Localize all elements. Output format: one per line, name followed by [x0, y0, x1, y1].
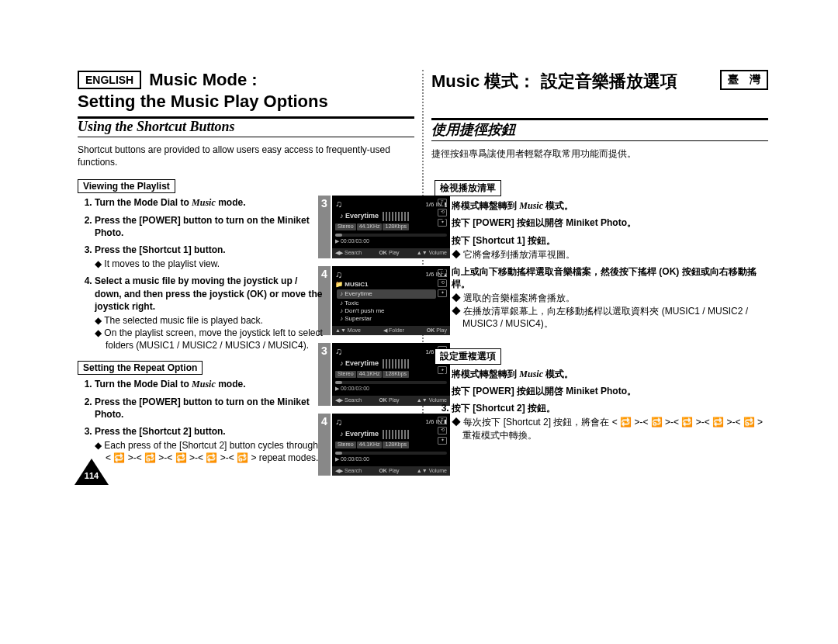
- steps-viewing-playlist: Turn the Mode Dial to Music mode. Press …: [78, 196, 324, 351]
- steps-viewing-playlist-cn: 將模式轉盤轉到 Music 模式。 按下 [POWER] 按鈕以開啓 Minik…: [435, 199, 768, 330]
- intro-text: Shortcut buttons are provided to allow u…: [78, 144, 414, 168]
- section-repeat-option-cn: 設定重複選項: [435, 348, 501, 365]
- subheading-shortcut: Using the Shortcut Buttons: [78, 119, 414, 135]
- right-column-chinese: Music 模式： 設定音樂播放選項 臺 灣 使用捷徑按鈕 捷徑按鈕專爲讓使用者…: [424, 70, 768, 469]
- steps-repeat-option-cn: 將模式轉盤轉到 Music 模式。 按下 [POWER] 按鈕以開啓 Minik…: [435, 368, 768, 441]
- divider-thin: [431, 140, 768, 141]
- title-music-mode: Music Mode :: [149, 70, 257, 90]
- section-repeat-option: Setting the Repeat Option: [78, 361, 203, 375]
- section-viewing-playlist-cn: 檢視播放清單: [435, 180, 501, 196]
- page-number-badge: 114: [74, 459, 109, 485]
- intro-text-cn: 捷徑按鈕專爲讓使用者輕鬆存取常用功能而提供。: [431, 147, 768, 160]
- title-chinese: Music 模式： 設定音樂播放選項: [431, 71, 677, 91]
- section-viewing-playlist: Viewing the Playlist: [78, 179, 175, 193]
- language-tag-taiwan: 臺 灣: [720, 70, 768, 90]
- divider-thin: [78, 137, 414, 137]
- page-number: 114: [81, 471, 102, 480]
- subheading-shortcut-cn: 使用捷徑按鈕: [431, 120, 768, 139]
- language-tag-english: ENGLISH: [78, 71, 141, 89]
- title-setting-options: Setting the Music Play Options: [78, 92, 414, 112]
- steps-repeat-option: Turn the Mode Dial to Music mode. Press …: [78, 378, 324, 464]
- left-column-english: ENGLISH Music Mode : Setting the Music P…: [78, 70, 422, 469]
